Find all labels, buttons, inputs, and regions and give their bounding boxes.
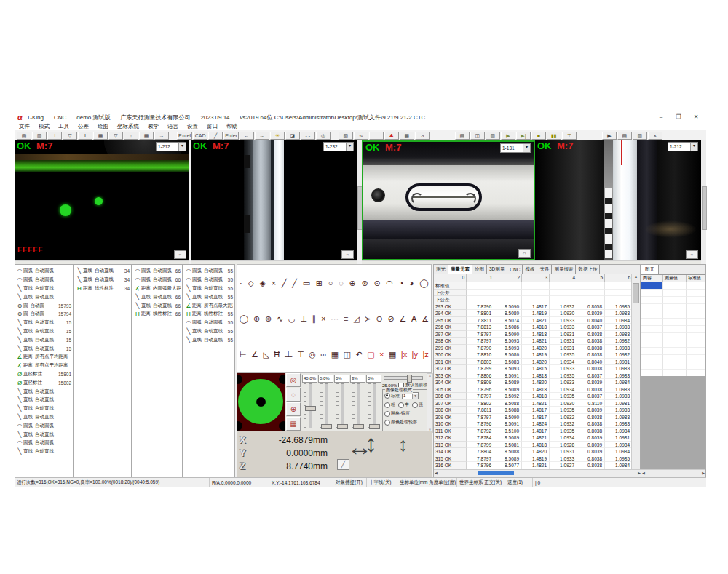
scroll-up-icon[interactable]: ▲ [634, 274, 638, 279]
jog-xy-vertical-icon[interactable]: ↕ [365, 429, 377, 458]
measure-tool-icon[interactable]: ◈ [260, 279, 266, 287]
element-panel-row[interactable] [641, 290, 705, 297]
minus-minus-button[interactable]: - - [301, 132, 315, 140]
measure-tool-icon[interactable]: |y [412, 350, 418, 359]
measure-tool-icon[interactable]: ◯ [419, 279, 428, 287]
element-item[interactable]: ╲直线自动直线34 [74, 276, 131, 284]
chart-button[interactable]: ⊿ [415, 132, 430, 140]
element-panel-row[interactable] [641, 326, 705, 333]
measure-tool-icon[interactable]: ∞ [320, 350, 326, 359]
element-panel-hscrollbar[interactable]: ◀ ▶ [641, 469, 705, 477]
camera4-scrollbar[interactable] [701, 140, 706, 260]
results-tab-1[interactable]: 测光 [434, 265, 448, 274]
measure-tool-icon[interactable]: ▦ [331, 350, 339, 359]
measure-tool-icon[interactable]: ○ [328, 279, 333, 287]
result-row[interactable]: 294 OK7.88018.50801.48191.09300.80391.09… [434, 310, 633, 317]
measure-tool-icon[interactable]: ◡ [288, 314, 296, 323]
measure-tool-icon[interactable]: ⊢ [240, 350, 247, 359]
scroll-left-icon[interactable]: ◀ [435, 471, 438, 475]
camera1-zoom-dropdown[interactable]: 1-212 ▾ [156, 142, 186, 151]
element-item[interactable]: ╲直线自动直线 [15, 447, 73, 456]
minimize-button[interactable]: – [652, 111, 670, 123]
element-item[interactable]: H距离线性标注66 [132, 310, 182, 319]
measure-tool-icon[interactable]: A [411, 314, 416, 323]
result-row[interactable]: 312 OK7.87848.50891.48211.09340.80391.09… [434, 434, 633, 442]
results-hscrollbar[interactable]: ◀ ▶ [434, 469, 641, 477]
light-mode-1-button[interactable]: ◎ [286, 373, 301, 387]
measure-tool-icon[interactable]: ◫ [344, 350, 351, 359]
camera4-zoom-dropdown[interactable]: 1-212 ▾ [668, 142, 698, 151]
result-row[interactable]: 305 OK7.87968.50891.48181.09340.80381.09… [434, 386, 633, 394]
element-panel-row[interactable] [641, 297, 705, 304]
measure-tool-icon[interactable]: ◠ [386, 279, 393, 287]
element-item[interactable]: ╲直线自动直线 [15, 430, 73, 439]
dropdown-arrow-icon[interactable]: ▾ [523, 144, 530, 152]
measure-tool-icon[interactable]: ◕ [409, 279, 414, 287]
measure-tool-icon[interactable]: ◌ [339, 279, 344, 287]
blank-button[interactable] [369, 132, 384, 140]
hscroll-thumb[interactable] [478, 471, 514, 475]
open-2-button[interactable]: ▥ [486, 132, 500, 140]
results-tab-6[interactable]: 模板 [523, 265, 537, 274]
slider-handle[interactable] [353, 424, 364, 429]
measure-tool-icon[interactable]: ◯ [240, 314, 248, 323]
measure-tool-icon[interactable]: × [321, 314, 325, 323]
camera3-expand-button[interactable]: ⇔ [518, 249, 531, 258]
maximize-button[interactable]: ❐ [670, 111, 687, 123]
menu-item-设置[interactable]: 设置 [183, 123, 202, 130]
menu-item-教学[interactable]: 教学 [143, 123, 163, 130]
menu-item-帮助[interactable]: 帮助 [222, 123, 242, 130]
ring-light-control[interactable] [237, 373, 285, 431]
light-mode-2-button[interactable]: ◌ [286, 388, 301, 402]
element-item[interactable]: H距离线性标注34 [74, 284, 131, 293]
arrow-left-button[interactable]: ← [240, 132, 254, 140]
pause-button[interactable]: ▮▮ [547, 132, 561, 140]
measure-tool-icon[interactable]: ▦ [389, 350, 396, 359]
result-row[interactable]: 298 OK7.87978.50931.48211.09310.80381.09… [434, 338, 633, 345]
element-item[interactable]: ◠圆弧自动圆弧 [15, 267, 73, 276]
measure-tool-icon[interactable]: ▢ [367, 350, 374, 359]
menu-item-语言[interactable]: 语言 [163, 123, 183, 130]
calibrate-button[interactable]: × [648, 132, 662, 140]
element-item[interactable]: ◠圆弧自动圆弧 [15, 439, 73, 447]
results-tab-2[interactable]: 测量元素 [448, 265, 472, 274]
hatch-button[interactable]: ▧ [339, 132, 353, 140]
result-row[interactable]: 297 OK7.87978.50901.48181.09310.80381.09… [434, 331, 633, 338]
results-tab-8[interactable]: 测量报表 [552, 265, 576, 274]
result-row[interactable]: 296 OK7.88138.50861.48181.09330.80371.09… [434, 324, 633, 331]
light-slider-5[interactable]: 0% [366, 375, 381, 430]
element-item[interactable]: ╲直线自动直线 [15, 396, 73, 404]
result-row[interactable]: 308 OK7.88118.50881.48171.09350.80391.09… [434, 407, 633, 414]
element-item[interactable]: ∡距离所有点平均距离 [15, 353, 73, 362]
measure-tool-icon[interactable]: ⊥ [300, 314, 307, 323]
measure-tool-icon[interactable]: ╱ [292, 279, 297, 287]
light-mode-3-button[interactable]: ⊕ [286, 402, 301, 416]
result-row[interactable]: 293 OK7.87968.50901.48171.09320.80581.09… [434, 303, 633, 311]
measure-tool-icon[interactable]: × [272, 279, 276, 287]
measure-tool-icon[interactable]: ◺ [263, 350, 269, 359]
element-item[interactable]: ╲直线自动直线15 [15, 335, 73, 344]
element-item[interactable]: ⊕圆自动圆15794 [15, 310, 73, 319]
camera1-expand-button[interactable]: ⇔ [174, 250, 186, 259]
probe-down-button[interactable]: ▽ [63, 132, 77, 140]
measure-tool-icon[interactable]: ⊖ [376, 314, 382, 323]
measure-tool-icon[interactable]: ◇ [248, 279, 253, 287]
measure-tool-icon[interactable]: ◎ [309, 350, 316, 359]
results-vscrollbar[interactable]: ▲ [631, 274, 640, 469]
element-item[interactable]: ╲直线自动直线55 [183, 335, 234, 344]
element-panel-row[interactable] [641, 355, 705, 362]
measure-tool-icon[interactable]: ≻ [364, 314, 371, 323]
camera2-expand-button[interactable]: ⇔ [341, 250, 354, 259]
element-item[interactable]: ╲直线自动直线 [15, 284, 73, 293]
menu-item-工具[interactable]: 工具 [54, 123, 74, 130]
result-row[interactable]: 302 OK7.87998.50931.48151.09330.80381.09… [434, 365, 633, 372]
standard-radio[interactable] [384, 393, 390, 399]
options-scrollbar[interactable]: ˄ ˅ [427, 373, 433, 433]
camera-view-button[interactable]: ▦ [93, 132, 108, 140]
measure-tool-icon[interactable]: ∠ [399, 314, 406, 323]
zoom-slider[interactable] [384, 376, 423, 380]
menu-item-窗口[interactable]: 窗口 [202, 123, 222, 130]
element-item[interactable]: ╲直线自动直线15 [15, 344, 73, 353]
slider-handle[interactable] [321, 424, 332, 429]
results-tab-9[interactable]: 数据上传 [576, 265, 600, 274]
